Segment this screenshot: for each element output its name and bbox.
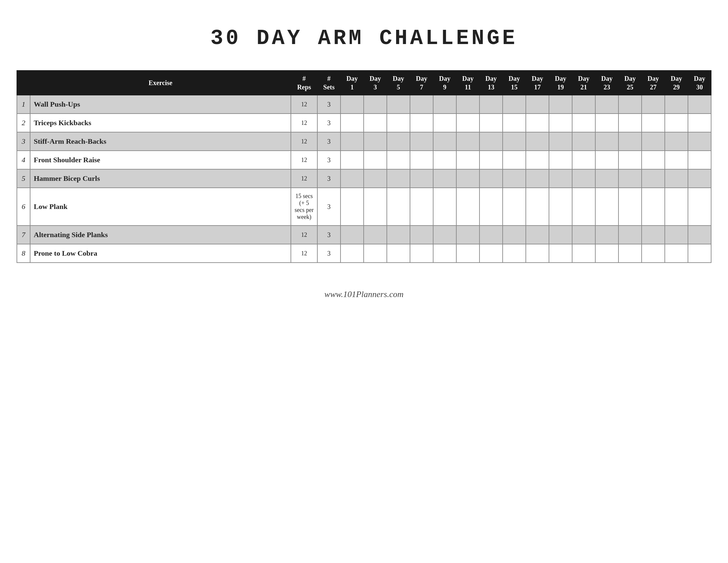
- row-day-cell[interactable]: [479, 114, 503, 132]
- row-day-cell[interactable]: [572, 188, 595, 225]
- row-day-cell[interactable]: [526, 188, 549, 225]
- row-day-cell[interactable]: [595, 225, 618, 244]
- row-day-cell[interactable]: [665, 225, 688, 244]
- row-day-cell[interactable]: [364, 132, 387, 151]
- row-day-cell[interactable]: [456, 114, 479, 132]
- row-day-cell[interactable]: [433, 188, 456, 225]
- row-day-cell[interactable]: [387, 114, 410, 132]
- row-day-cell[interactable]: [618, 169, 642, 188]
- row-day-cell[interactable]: [642, 114, 665, 132]
- row-day-cell[interactable]: [479, 225, 503, 244]
- row-day-cell[interactable]: [364, 169, 387, 188]
- row-day-cell[interactable]: [526, 244, 549, 262]
- row-day-cell[interactable]: [341, 188, 364, 225]
- row-day-cell[interactable]: [433, 169, 456, 188]
- row-day-cell[interactable]: [549, 95, 572, 114]
- row-day-cell[interactable]: [410, 114, 433, 132]
- row-day-cell[interactable]: [595, 95, 618, 114]
- row-day-cell[interactable]: [410, 188, 433, 225]
- row-day-cell[interactable]: [387, 169, 410, 188]
- row-day-cell[interactable]: [526, 151, 549, 169]
- row-day-cell[interactable]: [364, 188, 387, 225]
- row-day-cell[interactable]: [572, 244, 595, 262]
- row-day-cell[interactable]: [503, 132, 526, 151]
- row-day-cell[interactable]: [595, 114, 618, 132]
- row-day-cell[interactable]: [410, 132, 433, 151]
- row-day-cell[interactable]: [433, 151, 456, 169]
- row-day-cell[interactable]: [549, 114, 572, 132]
- row-day-cell[interactable]: [526, 225, 549, 244]
- row-day-cell[interactable]: [595, 151, 618, 169]
- row-day-cell[interactable]: [456, 132, 479, 151]
- row-day-cell[interactable]: [410, 225, 433, 244]
- row-day-cell[interactable]: [341, 244, 364, 262]
- row-day-cell[interactable]: [387, 132, 410, 151]
- row-day-cell[interactable]: [665, 244, 688, 262]
- row-day-cell[interactable]: [456, 188, 479, 225]
- row-day-cell[interactable]: [456, 151, 479, 169]
- row-day-cell[interactable]: [456, 244, 479, 262]
- row-day-cell[interactable]: [433, 225, 456, 244]
- row-day-cell[interactable]: [410, 95, 433, 114]
- row-day-cell[interactable]: [503, 244, 526, 262]
- row-day-cell[interactable]: [618, 114, 642, 132]
- row-day-cell[interactable]: [572, 225, 595, 244]
- row-day-cell[interactable]: [642, 225, 665, 244]
- row-day-cell[interactable]: [364, 244, 387, 262]
- row-day-cell[interactable]: [595, 169, 618, 188]
- row-day-cell[interactable]: [410, 151, 433, 169]
- row-day-cell[interactable]: [549, 151, 572, 169]
- row-day-cell[interactable]: [364, 95, 387, 114]
- row-day-cell[interactable]: [572, 151, 595, 169]
- row-day-cell[interactable]: [410, 244, 433, 262]
- row-day-cell[interactable]: [387, 225, 410, 244]
- row-day-cell[interactable]: [618, 95, 642, 114]
- row-day-cell[interactable]: [549, 169, 572, 188]
- row-day-cell[interactable]: [479, 95, 503, 114]
- row-day-cell[interactable]: [665, 188, 688, 225]
- row-day-cell[interactable]: [549, 132, 572, 151]
- row-day-cell[interactable]: [364, 114, 387, 132]
- row-day-cell[interactable]: [665, 114, 688, 132]
- row-day-cell[interactable]: [410, 169, 433, 188]
- row-day-cell[interactable]: [341, 132, 364, 151]
- row-day-cell[interactable]: [341, 114, 364, 132]
- row-day-cell[interactable]: [479, 151, 503, 169]
- row-day-cell[interactable]: [688, 114, 711, 132]
- row-day-cell[interactable]: [479, 169, 503, 188]
- row-day-cell[interactable]: [364, 225, 387, 244]
- row-day-cell[interactable]: [572, 95, 595, 114]
- row-day-cell[interactable]: [549, 188, 572, 225]
- row-day-cell[interactable]: [572, 132, 595, 151]
- row-day-cell[interactable]: [665, 132, 688, 151]
- row-day-cell[interactable]: [341, 151, 364, 169]
- row-day-cell[interactable]: [526, 114, 549, 132]
- row-day-cell[interactable]: [618, 151, 642, 169]
- row-day-cell[interactable]: [526, 132, 549, 151]
- row-day-cell[interactable]: [642, 169, 665, 188]
- row-day-cell[interactable]: [479, 244, 503, 262]
- row-day-cell[interactable]: [642, 188, 665, 225]
- row-day-cell[interactable]: [618, 188, 642, 225]
- row-day-cell[interactable]: [572, 169, 595, 188]
- row-day-cell[interactable]: [503, 225, 526, 244]
- row-day-cell[interactable]: [665, 151, 688, 169]
- row-day-cell[interactable]: [595, 188, 618, 225]
- row-day-cell[interactable]: [688, 244, 711, 262]
- row-day-cell[interactable]: [642, 244, 665, 262]
- row-day-cell[interactable]: [456, 169, 479, 188]
- row-day-cell[interactable]: [618, 132, 642, 151]
- row-day-cell[interactable]: [688, 95, 711, 114]
- row-day-cell[interactable]: [341, 225, 364, 244]
- row-day-cell[interactable]: [364, 151, 387, 169]
- row-day-cell[interactable]: [526, 95, 549, 114]
- row-day-cell[interactable]: [549, 244, 572, 262]
- row-day-cell[interactable]: [503, 169, 526, 188]
- row-day-cell[interactable]: [341, 169, 364, 188]
- row-day-cell[interactable]: [387, 244, 410, 262]
- row-day-cell[interactable]: [688, 169, 711, 188]
- row-day-cell[interactable]: [642, 132, 665, 151]
- row-day-cell[interactable]: [618, 244, 642, 262]
- row-day-cell[interactable]: [503, 151, 526, 169]
- row-day-cell[interactable]: [526, 169, 549, 188]
